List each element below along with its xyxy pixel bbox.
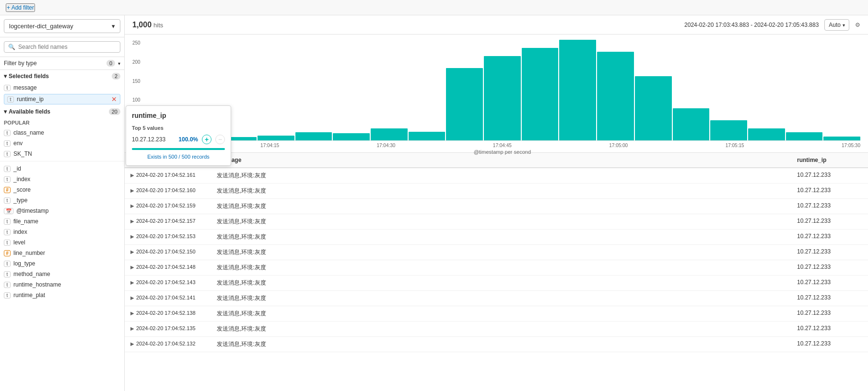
available-field-class_name[interactable]: tclass_name [0, 127, 124, 138]
field-type-env: t [4, 140, 11, 147]
col-header-message: message [211, 153, 791, 168]
field-label-log_type: log_type [13, 260, 120, 267]
expand-btn[interactable]: ▶ [130, 234, 134, 239]
chevron-down-icon-filter [118, 60, 120, 67]
field-label-index: index [13, 229, 120, 235]
expand-btn[interactable]: ▶ [130, 172, 134, 178]
timestamp-2: 2024-02-20 17:04:52.159 [136, 203, 196, 208]
available-fields-section: ▾ Available fields 20 Popular tclass_nam… [0, 105, 124, 300]
chart-bars-container [144, 40, 860, 141]
available-field-log_type[interactable]: tlog_type [0, 258, 124, 269]
field-label-_score: _score [13, 186, 120, 193]
timestamp-8: 2024-02-20 17:04:52.141 [136, 295, 196, 300]
available-field-runtime_plat[interactable]: truntime_plat [0, 290, 124, 300]
expand-btn[interactable]: ▶ [130, 249, 134, 254]
ip-cell-0: 10.27.12.233 [791, 168, 868, 184]
expand-btn[interactable]: ▶ [130, 310, 134, 316]
table-row: ▶2024-02-20 17:04:52.135发送消息,环境:灰度10.27.… [125, 322, 868, 337]
expand-btn[interactable]: ▶ [130, 218, 134, 224]
message-cell-7: 发送消息,环境:灰度 [211, 276, 791, 291]
message-cell-11: 发送消息,环境:灰度 [211, 337, 791, 352]
expand-btn[interactable]: ▶ [130, 280, 134, 285]
field-label-_type: _type [13, 197, 120, 204]
available-field-runtime_hostname[interactable]: truntime_hostname [0, 279, 124, 290]
field-type-SK_TN: t [4, 151, 11, 157]
message-cell-5: 发送消息,环境:灰度 [211, 245, 791, 260]
popular-label: Popular [0, 118, 124, 127]
expand-btn[interactable]: ▶ [130, 188, 134, 193]
search-field-section: 🔍 [0, 37, 124, 57]
chevron-down-icon-auto [843, 22, 845, 28]
search-field-input[interactable] [18, 44, 116, 50]
timestamp-6: 2024-02-20 17:04:52.148 [136, 264, 196, 270]
add-filter-button[interactable]: + Add filter [6, 3, 35, 12]
selected-field-runtime-ip[interactable]: t runtime_ip ✕ [4, 94, 120, 104]
table-container[interactable]: message runtime_ip ▶2024-02-20 17:04:52.… [125, 153, 868, 391]
index-dropdown[interactable]: logcenter-dict_gateway [4, 19, 120, 33]
search-field-wrap: 🔍 [4, 41, 120, 53]
field-label-file_name: file_name [13, 218, 120, 225]
chart-bar-7 [409, 132, 446, 140]
field-type-runtime_plat: t [4, 292, 11, 299]
chart-bar-18 [823, 137, 860, 140]
auto-dropdown[interactable]: Auto [824, 19, 849, 31]
selected-field-message[interactable]: t message [0, 82, 124, 93]
available-field-line_number[interactable]: #line_number [0, 248, 124, 258]
message-cell-6: 发送消息,环境:灰度 [211, 260, 791, 276]
table-row: ▶2024-02-20 17:04:52.143发送消息,环境:灰度10.27.… [125, 276, 868, 291]
field-name-message: message [13, 84, 120, 91]
expand-btn[interactable]: ▶ [130, 341, 134, 346]
chevron-down-icon [112, 23, 115, 30]
field-label-class_name: class_name [13, 129, 120, 136]
popover-plus-button[interactable]: + [202, 135, 211, 144]
chevron-down-icon-selected: ▾ [4, 73, 7, 80]
chart-bar-12 [597, 52, 634, 140]
field-type-_index: t [4, 176, 11, 183]
available-field-method_name[interactable]: tmethod_name [0, 269, 124, 279]
ip-cell-1: 10.27.12.233 [791, 184, 868, 199]
filter-by-type-row[interactable]: Filter by type 0 [0, 57, 124, 70]
ip-cell-4: 10.27.12.233 [791, 230, 868, 245]
available-field-_score[interactable]: #_score [0, 184, 124, 195]
timestamp-10: 2024-02-20 17:04:52.135 [136, 325, 196, 331]
popover-exists-link[interactable]: Exists in 500 / 500 records [132, 154, 225, 160]
ip-cell-5: 10.27.12.233 [791, 245, 868, 260]
timestamp-4: 2024-02-20 17:04:52.153 [136, 233, 196, 239]
expand-btn[interactable]: ▶ [130, 295, 134, 300]
settings-icon[interactable]: ⚙ [855, 22, 860, 28]
ip-cell-9: 10.27.12.233 [791, 306, 868, 322]
field-type-runtime_hostname: t [4, 282, 11, 288]
available-field-SK_TN[interactable]: tSK_TN [0, 149, 124, 159]
expand-btn[interactable]: ▶ [130, 326, 134, 331]
popover-top5-label: Top 5 values [132, 125, 225, 131]
available-field-_id[interactable]: t_id [0, 163, 124, 174]
available-fields-list: tclass_nametenvtSK_TNt_idt_index#_scoret… [0, 127, 124, 300]
available-field-@timestamp[interactable]: 📅@timestamp [0, 206, 124, 216]
filter-type-label: Filter by type [4, 60, 37, 67]
chart-bar-13 [635, 76, 672, 140]
x-label-6: 17:05:15 [726, 143, 744, 148]
expand-btn[interactable]: ▶ [130, 264, 134, 270]
available-field-level[interactable]: tlevel [0, 237, 124, 248]
available-fields-label: Available fields [9, 108, 50, 115]
message-cell-0: 发送消息,环境:灰度 [211, 168, 791, 184]
expand-btn[interactable]: ▶ [130, 203, 134, 208]
selected-fields-header[interactable]: ▾ Selected fields 2 [0, 70, 124, 82]
popover-minus-button[interactable]: − [215, 135, 225, 144]
available-field-_type[interactable]: t_type [0, 195, 124, 206]
available-field-_index[interactable]: t_index [0, 174, 124, 184]
available-field-file_name[interactable]: tfile_name [0, 216, 124, 227]
available-fields-header[interactable]: ▾ Available fields 20 [0, 105, 124, 118]
available-field-env[interactable]: tenv [0, 138, 124, 149]
timestamp-0: 2024-02-20 17:04:52.161 [136, 172, 196, 178]
remove-runtime-ip-button[interactable]: ✕ [111, 96, 117, 103]
message-cell-3: 发送消息,环境:灰度 [211, 214, 791, 230]
available-field-index[interactable]: tindex [0, 227, 124, 237]
popover-top-value: 10.27.12.233 [132, 136, 175, 143]
message-cell-10: 发送消息,环境:灰度 [211, 322, 791, 337]
table-row: ▶2024-02-20 17:04:52.138发送消息,环境:灰度10.27.… [125, 306, 868, 322]
table-row: ▶2024-02-20 17:04:52.132发送消息,环境:灰度10.27.… [125, 337, 868, 352]
field-type-file_name: t [4, 218, 11, 225]
message-cell-9: 发送消息,环境:灰度 [211, 306, 791, 322]
ip-cell-8: 10.27.12.233 [791, 291, 868, 306]
